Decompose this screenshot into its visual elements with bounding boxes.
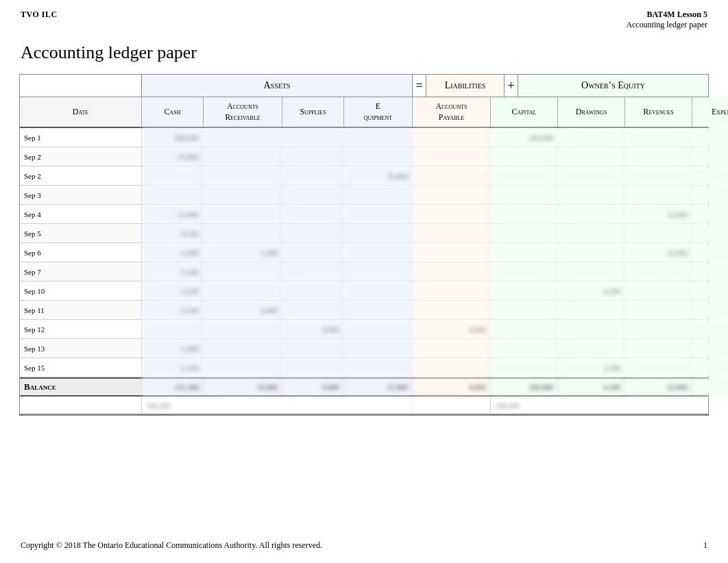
col-ap: Accounts Payable bbox=[413, 97, 491, 127]
assets-header: Assets bbox=[142, 75, 413, 97]
cell-4 bbox=[344, 320, 413, 338]
cell-7 bbox=[558, 320, 625, 338]
cell-9 bbox=[692, 205, 728, 223]
cell-2: 5,000 bbox=[204, 301, 282, 319]
cell-6 bbox=[491, 224, 558, 242]
cell-2 bbox=[204, 224, 282, 242]
cell-0: Sep 1 bbox=[20, 128, 142, 147]
cell-7: 2,100 bbox=[558, 358, 625, 377]
assets-label: Assets bbox=[263, 80, 290, 91]
header-right-line1: BAT4M Lesson 5 bbox=[626, 10, 707, 20]
cell-3 bbox=[282, 186, 344, 204]
cell-6 bbox=[491, 320, 558, 338]
col-drawings: Drawings bbox=[558, 97, 625, 127]
cell-0: Sep 2 bbox=[20, 147, 142, 166]
cell-5 bbox=[413, 186, 491, 204]
cell-2 bbox=[204, 166, 282, 185]
cell-1 bbox=[142, 186, 204, 204]
cell-2 bbox=[204, 320, 282, 338]
cell-0: Sep 7 bbox=[20, 262, 142, 281]
cell-9 bbox=[692, 186, 728, 204]
cell-8 bbox=[625, 339, 692, 358]
cell-2 bbox=[204, 339, 282, 358]
date-spacer bbox=[20, 75, 142, 97]
cell-7 bbox=[558, 128, 625, 147]
table-row: Sep 225,000 bbox=[20, 166, 708, 186]
cell-0: Sep 10 bbox=[20, 282, 142, 300]
table-row: Sep 15−2,1002,100 bbox=[20, 358, 708, 377]
cell-9: 3,500 bbox=[692, 339, 728, 358]
cell-7 bbox=[558, 301, 625, 319]
cell-4 bbox=[344, 224, 413, 242]
cell-1 bbox=[142, 166, 204, 185]
cell-2 bbox=[204, 282, 282, 300]
cell-4 bbox=[344, 339, 413, 358]
liabilities-header: Liabilities bbox=[426, 75, 505, 97]
cell-6 bbox=[491, 358, 558, 377]
cell-9 bbox=[692, 243, 728, 262]
cell-8: 10,000 bbox=[625, 243, 692, 262]
balance-ar: 10,000 bbox=[204, 379, 282, 395]
cell-3 bbox=[282, 147, 344, 166]
cell-6 bbox=[491, 282, 558, 300]
col-expenses: Expenses bbox=[692, 97, 728, 127]
total-left-label bbox=[20, 397, 142, 414]
cell-4 bbox=[344, 301, 413, 319]
cell-8 bbox=[625, 262, 692, 281]
col-ar: Accounts Receivable bbox=[204, 97, 282, 127]
table-row: Sep 1200,000200,000 bbox=[20, 128, 708, 147]
cell-8 bbox=[625, 282, 692, 300]
balance-ap: 8,000 bbox=[413, 379, 491, 395]
balance-supplies: 8,000 bbox=[282, 379, 344, 395]
cell-4 bbox=[344, 205, 413, 223]
cell-3 bbox=[282, 262, 344, 281]
cell-7 bbox=[558, 205, 625, 223]
cell-1: −12,000 bbox=[142, 205, 204, 223]
cell-5 bbox=[413, 262, 491, 281]
total-liab-spacer bbox=[413, 397, 491, 414]
cell-7 bbox=[558, 339, 625, 358]
total-row: 184,200 184,200 bbox=[20, 397, 708, 414]
table-row: Sep 11−2,5005,000 bbox=[20, 301, 708, 320]
cell-1: −8,500 bbox=[142, 224, 204, 242]
cell-0: Sep 2 bbox=[20, 166, 142, 185]
cell-6 bbox=[491, 205, 558, 223]
cell-3 bbox=[282, 339, 344, 358]
col-revenues: Revenues bbox=[625, 97, 692, 127]
cell-3: 8,000 bbox=[282, 320, 344, 338]
header-left: TVO ILC bbox=[21, 10, 58, 30]
cell-3 bbox=[282, 205, 344, 223]
table-row: Sep 6−5,0005,00010,000 bbox=[20, 243, 708, 262]
total-right: 184,200 bbox=[491, 397, 728, 414]
cell-3 bbox=[282, 301, 344, 319]
table-row: Sep 3 bbox=[20, 186, 708, 205]
cell-5 bbox=[413, 166, 491, 185]
cell-3 bbox=[282, 243, 344, 262]
cell-7 bbox=[558, 262, 625, 281]
cell-8 bbox=[625, 128, 692, 147]
cell-6: 200,000 bbox=[491, 128, 558, 147]
section-headers: Assets = Liabilities + Owner’s Equity bbox=[20, 75, 708, 97]
balance-expenses: 18,500 bbox=[692, 379, 728, 395]
cell-1: −5,000 bbox=[142, 243, 204, 262]
col-equipment: Equipment bbox=[344, 97, 413, 127]
cell-5 bbox=[413, 205, 491, 223]
table-row: Sep 4−12,00012,000 bbox=[20, 205, 708, 224]
page-title: Accounting ledger paper bbox=[0, 36, 728, 74]
cell-2 bbox=[204, 147, 282, 166]
cell-9: 8,500 bbox=[692, 224, 728, 242]
cell-0: Sep 6 bbox=[20, 243, 142, 262]
balance-label: Balance bbox=[20, 379, 142, 395]
cell-5 bbox=[413, 128, 491, 147]
table-row: Sep 7−3,2006,500 bbox=[20, 262, 708, 282]
cell-4 bbox=[344, 186, 413, 204]
equity-header: Owner’s Equity bbox=[518, 75, 708, 97]
table-row: Sep 128,0008,000 bbox=[20, 320, 708, 339]
cell-5 bbox=[413, 358, 491, 377]
cell-5 bbox=[413, 147, 491, 166]
col-date: Date bbox=[20, 97, 142, 127]
col-supplies: Supplies bbox=[282, 97, 344, 127]
cell-3 bbox=[282, 358, 344, 377]
cell-2 bbox=[204, 262, 282, 281]
cell-7 bbox=[558, 147, 625, 166]
